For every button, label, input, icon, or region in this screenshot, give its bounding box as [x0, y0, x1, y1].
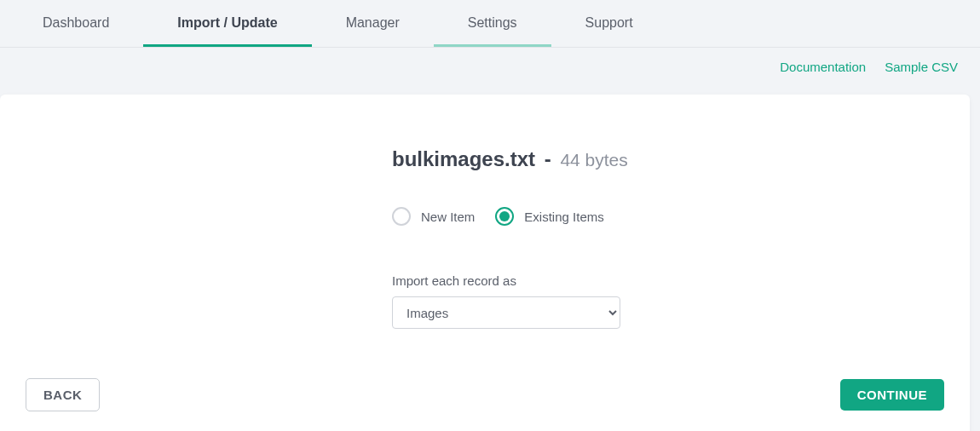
radio-circle-icon [392, 207, 411, 226]
radio-new-item-label: New Item [421, 210, 475, 224]
footer-actions: BACK CONTINUE [26, 378, 944, 411]
radio-existing-items[interactable]: Existing Items [495, 207, 603, 226]
link-documentation[interactable]: Documentation [780, 60, 866, 74]
back-button[interactable]: BACK [26, 378, 100, 411]
link-sample-csv[interactable]: Sample CSV [885, 60, 958, 74]
tab-support[interactable]: Support [551, 0, 667, 47]
main-card: bulkimages.txt - 44 bytes New Item Exist… [0, 95, 970, 431]
tab-settings[interactable]: Settings [434, 0, 551, 47]
radio-new-item[interactable]: New Item [392, 207, 475, 226]
file-title-dash: - [545, 147, 551, 170]
radio-circle-checked-icon [495, 207, 514, 226]
file-title: bulkimages.txt - 44 bytes [392, 147, 869, 171]
tab-bar: Dashboard Import / Update Manager Settin… [0, 0, 980, 48]
tab-dashboard[interactable]: Dashboard [9, 0, 143, 47]
import-record-select[interactable]: Images [392, 296, 620, 329]
radio-existing-items-label: Existing Items [524, 210, 603, 224]
continue-button[interactable]: CONTINUE [840, 379, 944, 411]
content-area: bulkimages.txt - 44 bytes New Item Exist… [392, 147, 869, 329]
sublinks-bar: Documentation Sample CSV [0, 48, 980, 95]
file-size: 44 bytes [560, 150, 627, 170]
tab-import-update[interactable]: Import / Update [143, 0, 311, 47]
import-record-label: Import each record as [392, 273, 869, 288]
tab-manager[interactable]: Manager [312, 0, 434, 47]
item-type-radios: New Item Existing Items [392, 207, 869, 226]
file-name: bulkimages.txt [392, 147, 535, 170]
